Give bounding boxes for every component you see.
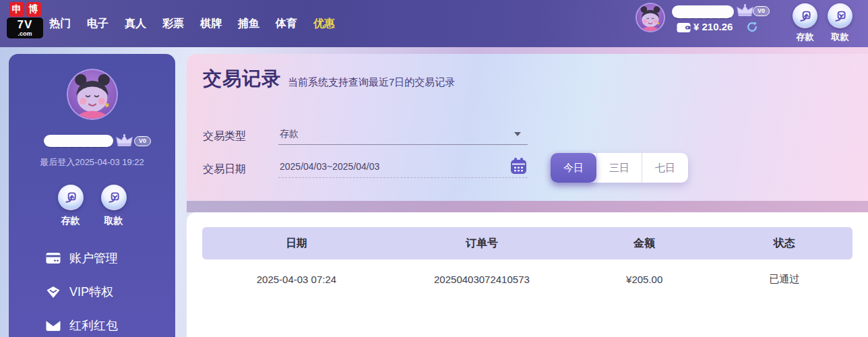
account-balance: ¥ 210.26 xyxy=(693,21,733,32)
top-bar: 申 博 7V .com 热门 电子 真人 彩票 棋牌 捕鱼 体育 优惠 xyxy=(0,0,868,47)
transaction-type-value: 存款 xyxy=(280,128,299,140)
withdraw-icon xyxy=(107,191,121,204)
sidebar-item-label: 红利红包 xyxy=(69,317,118,334)
date-range-tabs: 今日 三日 七日 xyxy=(551,153,688,183)
sidebar-item-vip-privileges[interactable]: VIP特权 xyxy=(9,275,175,309)
tab-today[interactable]: 今日 xyxy=(551,153,596,183)
transaction-filter-card: 交易记录 当前系统支持查询最近7日的交易记录 交易类型 存款 交易日期 2025… xyxy=(187,54,868,201)
sidebar-item-account-management[interactable]: 账户管理 xyxy=(9,241,175,275)
transaction-date-value: 2025/04/03~2025/04/03 xyxy=(280,161,379,172)
sidebar-item-label: 账户管理 xyxy=(69,250,118,266)
withdraw-icon xyxy=(834,9,847,23)
page-title: 交易记录 xyxy=(203,66,281,92)
sidebar-menu: 账户管理 VIP特权 红利红包 xyxy=(9,241,175,337)
sidebar: V0 最后登入2025-04-03 19:22 存款 取款 xyxy=(9,54,175,337)
nav-item-hot[interactable]: 热门 xyxy=(49,17,71,31)
table-header-row: 日期 订单号 金额 状态 xyxy=(202,227,852,259)
nav-item-lottery[interactable]: 彩票 xyxy=(162,17,184,31)
sidebar-user-row: V0 xyxy=(9,133,175,150)
cell-date: 2025-04-03 07:24 xyxy=(202,274,391,285)
chevron-down-icon xyxy=(514,132,521,136)
cell-order-number: 20250403072410573 xyxy=(391,274,573,285)
deposit-button-sidebar[interactable]: 存款 xyxy=(58,185,84,227)
vip-crown-icon xyxy=(736,3,754,18)
gem-icon xyxy=(46,286,61,299)
deposit-button-circle[interactable] xyxy=(58,185,84,210)
avatar-illustration xyxy=(637,4,664,31)
transaction-type-select[interactable]: 存款 xyxy=(278,124,528,145)
user-avatar-large[interactable] xyxy=(67,69,118,120)
wallet-icon xyxy=(677,22,691,33)
sidebar-item-label: VIP特权 xyxy=(69,284,113,300)
nav-item-chess[interactable]: 棋牌 xyxy=(200,17,222,31)
page-subtitle: 当前系统支持查询最近7日的交易记录 xyxy=(288,76,455,92)
tab-three-days[interactable]: 三日 xyxy=(596,153,642,183)
header-order-number: 订单号 xyxy=(391,237,573,251)
vip-crown-icon xyxy=(115,133,133,148)
cell-status: 已通过 xyxy=(716,273,852,286)
logo-badges: 申 博 xyxy=(9,2,41,17)
sidebar-actions: 存款 取款 xyxy=(9,185,175,227)
nav-item-live[interactable]: 真人 xyxy=(125,17,146,31)
card-icon xyxy=(46,252,61,264)
page-background xyxy=(187,201,868,212)
username-censored xyxy=(672,5,734,18)
nav-item-slots[interactable]: 电子 xyxy=(87,17,108,31)
withdraw-button-circle[interactable] xyxy=(101,185,127,210)
logo-box: 7V .com xyxy=(7,18,43,38)
logo-badge-bo: 博 xyxy=(26,2,41,17)
tab-seven-days[interactable]: 七日 xyxy=(642,153,688,183)
deposit-icon xyxy=(799,9,812,23)
transaction-date-input[interactable]: 2025/04/03~2025/04/03 xyxy=(278,157,528,178)
deposit-button-top-label: 存款 xyxy=(793,31,817,43)
table-row[interactable]: 2025-04-03 07:24 20250403072410573 ¥205.… xyxy=(202,259,852,299)
deposit-icon xyxy=(64,191,78,204)
vip-level-badge: V0 xyxy=(753,6,770,16)
site-logo[interactable]: 申 博 7V .com xyxy=(7,2,43,38)
deposit-button-top[interactable] xyxy=(793,3,817,28)
logo-badge-shen: 申 xyxy=(9,2,24,17)
logo-7v-text: 7V xyxy=(18,19,33,30)
page-title-row: 交易记录 当前系统支持查询最近7日的交易记录 xyxy=(203,66,455,92)
vip-level-badge: V0 xyxy=(134,136,151,146)
withdraw-button-sidebar[interactable]: 取款 xyxy=(101,185,127,227)
header-date: 日期 xyxy=(202,237,391,251)
logo-com-text: .com xyxy=(18,31,32,37)
cell-amount: ¥205.00 xyxy=(573,274,716,285)
deposit-label: 存款 xyxy=(61,215,80,227)
nav-item-promotions[interactable]: 优惠 xyxy=(313,17,335,31)
nav-item-sports[interactable]: 体育 xyxy=(276,17,297,31)
transaction-table-card: 日期 订单号 金额 状态 2025-04-03 07:24 2025040307… xyxy=(187,212,868,337)
refresh-balance-icon[interactable] xyxy=(746,21,758,33)
envelope-icon xyxy=(46,319,61,332)
withdraw-button-top[interactable] xyxy=(828,3,852,28)
header-status: 状态 xyxy=(716,237,852,251)
withdraw-button-top-label: 取款 xyxy=(828,31,852,43)
user-avatar-small[interactable] xyxy=(636,3,665,32)
withdraw-label: 取款 xyxy=(104,215,123,227)
nav-item-fishing[interactable]: 捕鱼 xyxy=(238,17,259,31)
calendar-icon[interactable] xyxy=(509,157,528,175)
transaction-date-label: 交易日期 xyxy=(203,162,246,177)
main-navigation: 热门 电子 真人 彩票 棋牌 捕鱼 体育 优惠 xyxy=(49,0,335,47)
username-censored xyxy=(44,135,113,147)
avatar-illustration xyxy=(68,70,117,119)
last-login-text: 最后登入2025-04-03 19:22 xyxy=(9,156,175,168)
sidebar-item-bonus-redpacket[interactable]: 红利红包 xyxy=(9,309,175,337)
header-amount: 金额 xyxy=(573,237,716,251)
transaction-type-label: 交易类型 xyxy=(203,129,246,144)
